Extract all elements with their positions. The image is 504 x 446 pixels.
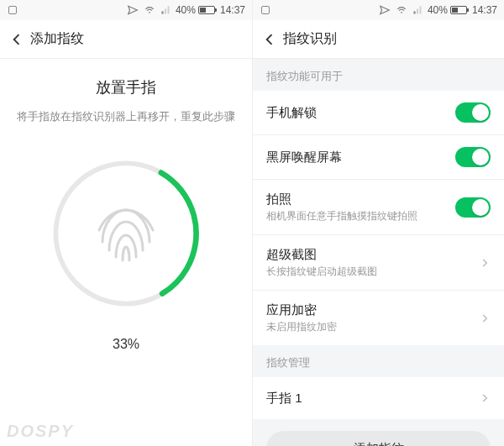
row-wake-screen[interactable]: 黑屏唤醒屏幕	[253, 135, 504, 180]
clock: 14:37	[472, 4, 497, 16]
status-app-icon	[261, 6, 270, 14]
status-bar: 40% 14:37	[0, 0, 252, 20]
row-unlock-phone[interactable]: 手机解锁	[253, 91, 504, 135]
header: 指纹识别	[253, 20, 504, 59]
row-label: 手机解锁	[266, 105, 455, 121]
page-title: 指纹识别	[283, 30, 337, 48]
toggle-switch[interactable]	[455, 147, 491, 167]
battery-indicator: 40%	[428, 4, 467, 16]
progress-percent: 33%	[113, 337, 139, 352]
page-title: 添加指纹	[30, 30, 84, 48]
row-label: 应用加密	[266, 302, 479, 318]
add-fingerprint-button[interactable]: 添加指纹	[266, 431, 491, 446]
wifi-icon	[144, 4, 155, 16]
row-label: 超级截图	[266, 247, 479, 263]
row-label: 拍照	[266, 192, 455, 207]
row-fingerprint-1[interactable]: 手指 1	[253, 377, 504, 419]
send-icon	[127, 4, 139, 16]
battery-pct: 40%	[428, 4, 448, 16]
back-icon[interactable]	[8, 31, 25, 48]
screen-add-fingerprint: 40% 14:37 添加指纹 放置手指 将手指放在指纹识别器上再移开，重复此步骤…	[0, 0, 252, 446]
clock: 14:37	[220, 4, 245, 16]
row-super-screenshot[interactable]: 超级截图 长按指纹键启动超级截图	[253, 235, 504, 291]
battery-pct: 40%	[176, 4, 196, 16]
add-fingerprint-label: 添加指纹	[354, 441, 404, 447]
svg-point-3	[401, 12, 402, 13]
row-sublabel: 相机界面任意手指触摸指纹键拍照	[266, 210, 455, 223]
section-title-functions: 指纹功能可用于	[253, 59, 504, 91]
row-sublabel: 未启用指纹加密	[266, 321, 479, 333]
row-app-encryption[interactable]: 应用加密 未启用指纹加密	[253, 291, 504, 345]
battery-indicator: 40%	[176, 4, 215, 16]
status-app-icon	[8, 6, 17, 14]
toggle-switch[interactable]	[455, 197, 491, 218]
enroll-hint: 将手指放在指纹识别器上再移开，重复此步骤	[0, 109, 252, 124]
screen-fingerprint-settings: 40% 14:37 指纹识别 指纹功能可用于 手机解锁 黑屏唤醒屏幕 拍照 相机…	[252, 0, 504, 446]
chevron-right-icon	[479, 392, 491, 404]
row-label: 黑屏唤醒屏幕	[266, 150, 455, 165]
svg-point-0	[149, 12, 150, 13]
header: 添加指纹	[0, 20, 252, 59]
enroll-heading: 放置手指	[0, 77, 252, 97]
fingerprint-progress: 33%	[0, 154, 252, 352]
status-bar: 40% 14:37	[253, 0, 504, 20]
wifi-icon	[396, 4, 407, 16]
send-icon	[379, 4, 391, 16]
row-camera-shutter[interactable]: 拍照 相机界面任意手指触摸指纹键拍照	[253, 180, 504, 235]
back-icon[interactable]	[261, 31, 278, 48]
row-sublabel: 长按指纹键启动超级截图	[266, 265, 479, 278]
fingerprint-icon	[84, 192, 168, 275]
chevron-right-icon	[479, 257, 491, 269]
signal-icon	[412, 5, 423, 15]
signal-icon	[160, 5, 171, 15]
section-title-manage: 指纹管理	[253, 345, 504, 377]
chevron-right-icon	[479, 312, 491, 324]
toggle-switch[interactable]	[455, 102, 491, 123]
row-label: 手指 1	[266, 391, 479, 407]
